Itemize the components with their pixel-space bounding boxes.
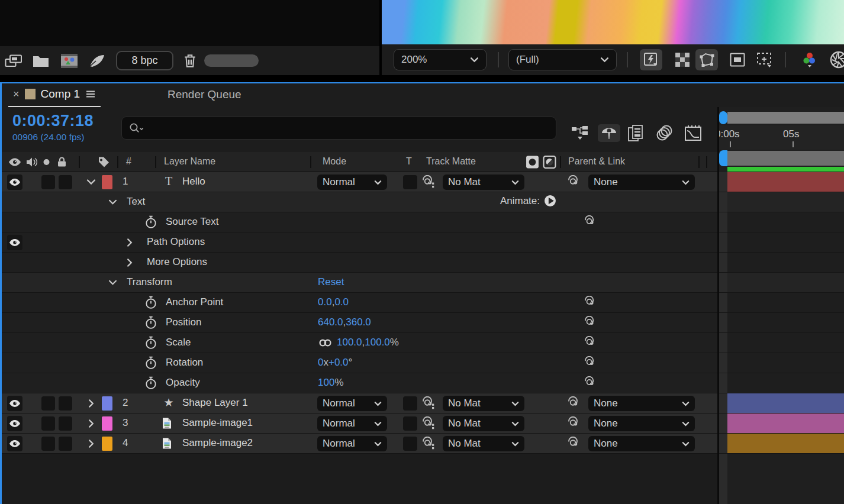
eye-icon[interactable]: [8, 157, 21, 166]
blend-mode-dropdown[interactable]: Normal: [317, 436, 387, 451]
layer-row-sample-image1[interactable]: 3 Sample-image1 Normal No Mat None: [0, 413, 717, 434]
track-matte-dropdown[interactable]: No Mat: [443, 416, 524, 431]
duration-bar-row-hello[interactable]: [719, 172, 844, 192]
motion-blur-icon[interactable]: [598, 124, 620, 142]
parent-dropdown[interactable]: None: [588, 416, 695, 431]
label-color-swatch[interactable]: [102, 175, 112, 189]
track-matte-pickwhip-icon[interactable]: [421, 437, 436, 451]
animate-play-icon[interactable]: [544, 195, 556, 207]
track-matte-dropdown[interactable]: No Mat: [443, 175, 524, 190]
expression-pickwhip-icon[interactable]: [584, 376, 597, 390]
duration-bar-row-shape-layer-1[interactable]: [719, 393, 844, 413]
duration-bar-row-sample-image1[interactable]: [719, 413, 844, 434]
parent-pickwhip-icon[interactable]: [567, 175, 581, 189]
chevron-right-icon[interactable]: [88, 419, 94, 428]
work-area-bar[interactable]: [719, 150, 844, 167]
property-value[interactable]: 100%: [318, 377, 344, 389]
property-value[interactable]: 640.0,360.0: [318, 316, 371, 328]
footage-icon[interactable]: [60, 53, 78, 69]
property-name[interactable]: Anchor Point: [166, 296, 223, 308]
project-panel-icon[interactable]: [5, 54, 22, 68]
parent-pickwhip-icon[interactable]: [567, 396, 581, 411]
channel-colors-icon[interactable]: [798, 49, 820, 70]
rotation-row[interactable]: Rotation 0x+0.0°: [0, 353, 717, 373]
solo-switch[interactable]: [41, 416, 55, 431]
label-color-swatch[interactable]: [102, 437, 112, 451]
eye-icon[interactable]: [7, 436, 22, 451]
preserve-transparency-switch[interactable]: [403, 437, 417, 451]
property-name[interactable]: Rotation: [166, 357, 203, 369]
lock-switch[interactable]: [59, 175, 72, 189]
layer-name[interactable]: Hello: [182, 176, 205, 188]
layer-row-sample-image2[interactable]: 4 Sample-image2 Normal No Mat None: [0, 434, 717, 454]
property-value[interactable]: 100.0,100.0%: [318, 337, 399, 348]
blend-mode-dropdown[interactable]: Normal: [317, 175, 387, 190]
scale-row[interactable]: Scale 100.0,100.0%: [0, 333, 717, 353]
layer-row-shape-layer-1[interactable]: 2 ★ Shape Layer 1 Normal No Mat None: [0, 393, 717, 413]
folder-icon[interactable]: [33, 54, 49, 67]
position-row[interactable]: Position 640.0,360.0: [0, 313, 717, 333]
parent-pickwhip-icon[interactable]: [567, 416, 581, 431]
search-input[interactable]: [121, 117, 556, 140]
anchor-point-row[interactable]: Anchor Point 0.0,0.0: [0, 293, 717, 313]
solo-switch[interactable]: [41, 437, 55, 451]
property-name[interactable]: Position: [166, 316, 201, 328]
stopwatch-icon[interactable]: [145, 215, 157, 229]
graph-editor-icon[interactable]: [684, 124, 702, 142]
eye-icon[interactable]: [7, 396, 22, 411]
solo-icon[interactable]: [43, 159, 50, 165]
track-matte-pickwhip-icon[interactable]: [421, 396, 436, 411]
blend-mode-dropdown[interactable]: Normal: [317, 396, 387, 411]
stopwatch-icon[interactable]: [145, 336, 157, 350]
trash-icon[interactable]: [183, 54, 197, 68]
group-label[interactable]: Text: [127, 196, 145, 208]
track-matte-dropdown[interactable]: No Mat: [443, 436, 524, 451]
stopwatch-icon[interactable]: [145, 296, 157, 309]
lock-switch[interactable]: [59, 416, 72, 431]
source-text-row[interactable]: Source Text: [0, 212, 717, 232]
stopwatch-icon[interactable]: [145, 316, 157, 329]
layer-row-hello[interactable]: 1 T Hello Normal No Mat None: [0, 172, 717, 192]
resolution-dropdown[interactable]: (Full): [508, 49, 617, 70]
layer-name[interactable]: Sample-image2: [182, 437, 253, 449]
layer-duration-bar[interactable]: [727, 393, 844, 413]
alpha-matte-icon[interactable]: [526, 155, 539, 169]
current-timecode[interactable]: 0:00:37:18: [12, 112, 94, 130]
link-dimensions-icon[interactable]: [318, 338, 333, 347]
property-value[interactable]: 0.0,0.0: [318, 296, 349, 308]
eye-icon[interactable]: [7, 175, 22, 190]
expression-pickwhip-icon[interactable]: [584, 356, 597, 370]
preserve-transparency-switch[interactable]: [403, 396, 417, 411]
guides-rulers-icon[interactable]: [753, 49, 776, 70]
parent-dropdown[interactable]: None: [588, 436, 695, 451]
draft-3d-icon[interactable]: [656, 125, 674, 141]
magnification-dropdown[interactable]: 200%: [394, 49, 487, 70]
parent-dropdown[interactable]: None: [588, 175, 695, 190]
work-area-handle[interactable]: [719, 150, 727, 166]
column-mode[interactable]: Mode: [323, 156, 346, 167]
column-t[interactable]: T: [406, 156, 412, 167]
group-label[interactable]: Path Options: [147, 236, 205, 248]
frame-blending-icon[interactable]: [627, 124, 644, 142]
path-options-row[interactable]: Path Options: [0, 232, 717, 253]
chevron-right-icon[interactable]: [88, 399, 94, 408]
label-color-swatch[interactable]: [102, 396, 112, 411]
lock-switch[interactable]: [59, 437, 72, 451]
lock-switch[interactable]: [59, 396, 72, 411]
solo-switch[interactable]: [41, 175, 55, 189]
navigator-track[interactable]: [727, 112, 844, 124]
property-value[interactable]: 0x+0.0°: [318, 357, 352, 369]
chevron-right-icon[interactable]: [127, 238, 133, 247]
reset-link[interactable]: Reset: [318, 276, 344, 288]
composition-mini-flowchart-icon[interactable]: [571, 125, 589, 141]
work-area-track[interactable]: [727, 151, 844, 166]
mask-visibility-icon[interactable]: [695, 49, 718, 70]
panel-menu-icon[interactable]: [85, 90, 96, 98]
property-name[interactable]: Scale: [166, 337, 191, 348]
region-of-interest-icon[interactable]: [726, 49, 749, 70]
more-options-row[interactable]: More Options: [0, 253, 717, 273]
navigator-handle[interactable]: [719, 111, 727, 124]
transform-group-row[interactable]: Transform Reset: [0, 273, 717, 293]
column-number[interactable]: #: [126, 156, 131, 167]
column-parent-link[interactable]: Parent & Link: [568, 156, 625, 167]
